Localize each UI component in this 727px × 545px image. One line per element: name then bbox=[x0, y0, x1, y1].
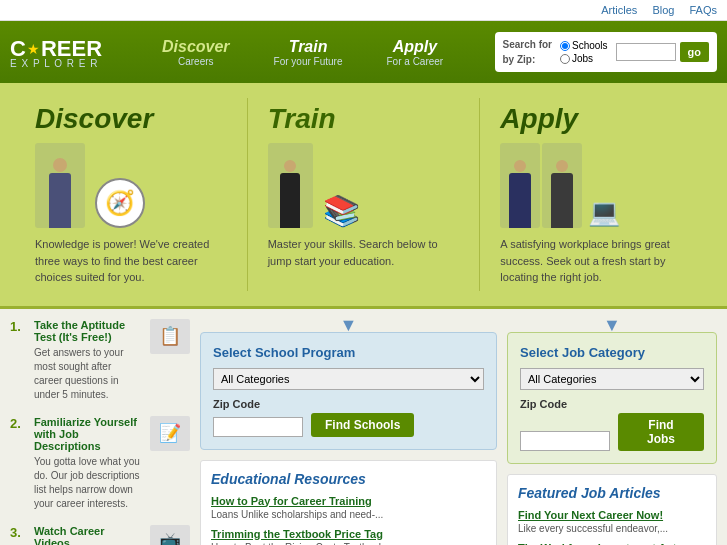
find-schools-button[interactable]: Find Schools bbox=[311, 413, 414, 437]
hero-discover: Discover 🧭 Knowledge is power! We've cre… bbox=[20, 98, 242, 291]
sidebar-img-3: 📺 bbox=[150, 525, 190, 546]
sidebar-item-3: 3. Watch Career Videos Learn more about … bbox=[10, 525, 190, 546]
school-panel-title: Select School Program bbox=[213, 345, 484, 360]
top-nav: Articles Blog FAQs bbox=[0, 0, 727, 21]
sidebar-title-3[interactable]: Watch Career Videos bbox=[34, 525, 142, 546]
edu-resource-desc-1: Loans Unlike scholarships and need-... bbox=[211, 509, 486, 520]
hero-discover-text: Knowledge is power! We've created three … bbox=[35, 236, 227, 286]
job-articles-title: Featured Job Articles bbox=[518, 485, 706, 501]
logo-star: ★ bbox=[27, 41, 40, 57]
discover-person bbox=[35, 143, 85, 228]
sidebar-num-3: 3. bbox=[10, 525, 21, 540]
edu-resource-link-2[interactable]: Trimming the Textbook Price Tag bbox=[211, 528, 486, 540]
articles-link[interactable]: Articles bbox=[601, 4, 637, 16]
hero-discover-title: Discover bbox=[35, 103, 227, 135]
search-label2: by Zip: bbox=[503, 52, 552, 67]
book-icon: 📚 bbox=[323, 193, 360, 228]
nav-discover[interactable]: Discover Careers bbox=[140, 30, 252, 75]
hero-divider-1 bbox=[247, 98, 248, 291]
zip-search-input[interactable] bbox=[616, 43, 676, 61]
logo-explorer: E X P L O R E R bbox=[10, 58, 120, 69]
job-desc-icon: 📝 bbox=[159, 422, 181, 444]
faqs-link[interactable]: FAQs bbox=[689, 4, 717, 16]
left-sidebar: 1. Take the Aptitude Test (It's Free!) G… bbox=[10, 319, 190, 546]
schools-label: Schools bbox=[572, 40, 608, 51]
hero-train-title: Train bbox=[268, 103, 460, 135]
edu-resources-title: Educational Resources bbox=[211, 471, 486, 487]
video-icon: 📺 bbox=[159, 531, 181, 545]
schools-option[interactable]: Schools bbox=[560, 40, 608, 51]
apply-person1 bbox=[500, 143, 540, 228]
edu-resource-link-1[interactable]: How to Pay for Career Training bbox=[211, 495, 486, 507]
hero-apply-text: A satisfying workplace brings great succ… bbox=[500, 236, 692, 286]
nav-apply-label: Apply bbox=[387, 38, 444, 56]
sidebar-img-1: 📋 bbox=[150, 319, 190, 354]
schools-radio[interactable] bbox=[560, 41, 570, 51]
job-panel-title: Select Job Category bbox=[520, 345, 704, 360]
blog-link[interactable]: Blog bbox=[652, 4, 674, 16]
jobs-option[interactable]: Jobs bbox=[560, 53, 608, 64]
educational-resources: Educational Resources How to Pay for Car… bbox=[200, 460, 497, 546]
sidebar-num-2: 2. bbox=[10, 416, 21, 431]
job-zip-label: Zip Code bbox=[520, 398, 704, 410]
job-articles: Featured Job Articles Find Your Next Car… bbox=[507, 474, 717, 546]
edu-resource-desc-2: How to Beat the Rising Costs Textbooks..… bbox=[211, 542, 486, 546]
nav-train-label: Train bbox=[274, 38, 343, 56]
center-column: ▼ Select School Program All Categories Z… bbox=[200, 319, 497, 546]
sidebar-content-2: Familiarize Yourself with Job Descriptio… bbox=[34, 416, 142, 511]
compass-icon: 🧭 bbox=[95, 178, 145, 228]
sidebar-content-3: Watch Career Videos Learn more about eac… bbox=[34, 525, 142, 546]
train-person bbox=[268, 143, 313, 228]
sidebar-desc-1: Get answers to your most sought after ca… bbox=[34, 346, 142, 402]
sidebar-title-1[interactable]: Take the Aptitude Test (It's Free!) bbox=[34, 319, 142, 343]
job-category-select[interactable]: All Categories bbox=[520, 368, 704, 390]
sidebar-item-2: 2. Familiarize Yourself with Job Descrip… bbox=[10, 416, 190, 511]
job-panel: Select Job Category All Categories Zip C… bbox=[507, 332, 717, 464]
job-article-desc-1: Like every successful endeavor,... bbox=[518, 523, 706, 534]
right-column: ▼ Select Job Category All Categories Zip… bbox=[507, 319, 717, 546]
hero-divider-2 bbox=[479, 98, 480, 291]
school-program-select[interactable]: All Categories bbox=[213, 368, 484, 390]
header: C ★ REER E X P L O R E R Discover Career… bbox=[0, 21, 727, 83]
laptop-icon: 💻 bbox=[588, 197, 620, 228]
nav-discover-sub: Careers bbox=[162, 56, 230, 67]
hero-section: Discover 🧭 Knowledge is power! We've cre… bbox=[0, 83, 727, 309]
hero-apply: Apply 💻 A satisfying workplace brings gr… bbox=[485, 98, 707, 291]
hero-train: Train 📚 Master your skills. Search below… bbox=[253, 98, 475, 291]
nav-train-sub: For your Future bbox=[274, 56, 343, 67]
search-go-button[interactable]: go bbox=[680, 42, 709, 62]
search-box: Search for by Zip: Schools Jobs go bbox=[495, 32, 718, 72]
apply-person2 bbox=[542, 143, 582, 228]
job-zip-input[interactable] bbox=[520, 431, 610, 451]
sidebar-item-1: 1. Take the Aptitude Test (It's Free!) G… bbox=[10, 319, 190, 402]
search-label1: Search for bbox=[503, 37, 552, 52]
sidebar-num-1: 1. bbox=[10, 319, 21, 334]
nav-train[interactable]: Train For your Future bbox=[252, 30, 365, 75]
main-content: 1. Take the Aptitude Test (It's Free!) G… bbox=[0, 309, 727, 546]
job-article-link-1[interactable]: Find Your Next Career Now! bbox=[518, 509, 706, 521]
school-zip-input[interactable] bbox=[213, 417, 303, 437]
sidebar-img-2: 📝 bbox=[150, 416, 190, 451]
nav-items: Discover Careers Train For your Future A… bbox=[140, 30, 495, 75]
hero-apply-title: Apply bbox=[500, 103, 692, 135]
job-article-link-2[interactable]: The Workforce Investment Act bbox=[518, 542, 706, 546]
aptitude-icon: 📋 bbox=[159, 325, 181, 347]
school-zip-label: Zip Code bbox=[213, 398, 484, 410]
jobs-radio[interactable] bbox=[560, 54, 570, 64]
logo: C ★ REER E X P L O R E R bbox=[10, 36, 120, 69]
sidebar-title-2[interactable]: Familiarize Yourself with Job Descriptio… bbox=[34, 416, 142, 452]
school-zip-row: Find Schools bbox=[213, 413, 484, 437]
nav-apply[interactable]: Apply For a Career bbox=[365, 30, 466, 75]
sidebar-content-1: Take the Aptitude Test (It's Free!) Get … bbox=[34, 319, 142, 402]
nav-discover-label: Discover bbox=[162, 38, 230, 56]
school-panel: Select School Program All Categories Zip… bbox=[200, 332, 497, 450]
find-jobs-button[interactable]: Find Jobs bbox=[618, 413, 704, 451]
sidebar-desc-2: You gotta love what you do. Our job desc… bbox=[34, 455, 142, 511]
job-zip-row: Find Jobs bbox=[520, 413, 704, 451]
nav-apply-sub: For a Career bbox=[387, 56, 444, 67]
hero-train-text: Master your skills. Search below to jump… bbox=[268, 236, 460, 269]
jobs-label: Jobs bbox=[572, 53, 593, 64]
